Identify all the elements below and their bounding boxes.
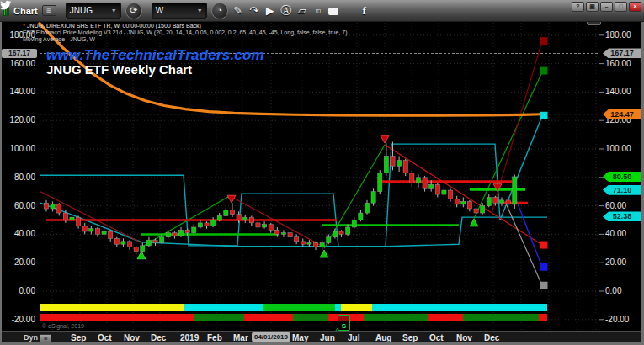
candle-down (423, 178, 427, 189)
time-axis-label[interactable]: 2019 (180, 333, 199, 342)
candle-up (346, 227, 350, 234)
legend-indicator-line: ENT Fibonacci Price Modeling V3.21d - JN… (23, 29, 347, 36)
candle-up (416, 178, 420, 183)
close-button[interactable]: × (629, 2, 641, 12)
help-button[interactable]: ? (572, 2, 584, 12)
candle-down (77, 217, 81, 226)
candle-up (397, 161, 402, 167)
bottom-ribbon-segment (244, 314, 293, 321)
time-axis-label[interactable]: Sep (402, 333, 418, 342)
trend-line (40, 192, 141, 243)
candle-down (82, 226, 87, 231)
projection-target-square (540, 112, 548, 119)
time-axis-label[interactable]: Jul (348, 333, 359, 342)
chat-icon[interactable] (328, 8, 338, 15)
candle-down (391, 156, 395, 166)
candle-down (275, 230, 279, 234)
candle-down (63, 213, 67, 220)
price-tick-label-left: 120.00 (0, 116, 35, 125)
last-high-badge-left: 167.17 (2, 49, 37, 58)
symbol-refresh-icon[interactable]: ⟳ (125, 3, 142, 19)
time-axis-label[interactable]: Nov (456, 333, 472, 342)
sell-signal-triangle (381, 135, 389, 143)
candle-up (429, 184, 434, 188)
candle-up (211, 220, 216, 226)
trend-line (385, 145, 542, 245)
bottom-ribbon-segment (293, 314, 328, 321)
top-ribbon-segment (335, 304, 341, 311)
candle-down (448, 190, 452, 199)
candle-down (249, 217, 253, 223)
layout-icon[interactable]: ⊞ (42, 5, 56, 16)
price-tick-label-right: 40.00 (605, 230, 626, 238)
measure-icon[interactable]: m (312, 3, 324, 19)
candle-down (185, 230, 189, 232)
candle-down (44, 203, 48, 209)
curve-tool-icon[interactable]: ↷ (248, 3, 260, 19)
candle-up (327, 237, 331, 243)
candle-down (455, 199, 459, 204)
candle-up (146, 240, 151, 246)
candle-down (153, 240, 157, 242)
buy-signal-triangle (470, 219, 478, 226)
symbol-dropdown[interactable]: JNUG ▼ (66, 3, 121, 19)
annotation-icon[interactable]: Ⓐ (280, 3, 292, 19)
candlestick-series (44, 142, 516, 255)
time-axis-label[interactable]: Feb (207, 333, 222, 342)
candle-up (281, 233, 285, 235)
time-axis-dyn-label[interactable]: Dyn (24, 333, 38, 342)
candle-up (166, 233, 170, 237)
time-axis-label[interactable]: Oct (98, 333, 112, 342)
candle-down (256, 223, 260, 227)
bottom-ribbon-segment (539, 314, 547, 321)
time-axis-label[interactable]: Sep (71, 333, 86, 342)
projection-target-square (540, 263, 548, 271)
price-badge: 167.17 (603, 48, 641, 58)
candle-up (499, 200, 503, 203)
candle-up (461, 202, 466, 204)
bottom-ribbon-segment (194, 314, 244, 321)
bottom-ribbon-segment (428, 314, 463, 321)
candle-up (333, 231, 337, 237)
candle-down (435, 184, 439, 194)
time-axis-label[interactable]: Nov (124, 333, 140, 342)
time-axis-label[interactable]: May (292, 333, 308, 342)
projection-target-square (540, 67, 548, 75)
time-axis-label[interactable]: Dec (484, 333, 499, 342)
top-ribbon-segment (40, 304, 184, 311)
candle-up (192, 227, 196, 233)
top-ribbon-segment (341, 304, 372, 311)
time-axis-label[interactable]: Mar (233, 333, 248, 342)
candle-down (109, 231, 113, 238)
play-replay-icon[interactable]: ▶ (264, 3, 276, 19)
time-settings-clock-icon[interactable]: ◔ (211, 3, 228, 19)
candle-up (89, 229, 93, 231)
minimize-button[interactable]: – (600, 2, 613, 12)
candle-up (51, 204, 55, 209)
chart-window: Chart ⊞ JNUG ▼ ⟳ W ▼ ◔ ✎ ↷ ▶ Ⓐ ▱ m f ? ▣… (0, 0, 644, 345)
price-tick-label-left: 60.00 (0, 202, 35, 210)
time-axis-label[interactable]: Oct (429, 333, 444, 342)
toolbar: Chart ⊞ JNUG ▼ ⟳ W ▼ ◔ ✎ ↷ ▶ Ⓐ ▱ m f (0, 0, 644, 22)
time-axis-label[interactable]: Dec (151, 333, 166, 342)
candle-up (198, 223, 202, 227)
candle-down (403, 161, 407, 173)
trend-line (515, 197, 542, 267)
eraser-icon[interactable]: ▱ (296, 3, 308, 19)
facebook-icon[interactable]: f (359, 3, 370, 19)
interval-dropdown[interactable]: W ▼ (152, 3, 207, 19)
time-axis-label[interactable]: Jun (320, 333, 335, 342)
restore-button[interactable]: ▣ (586, 2, 599, 12)
chevron-down-icon: ▼ (197, 8, 203, 13)
candle-up (442, 190, 446, 194)
interval-value: W (156, 6, 163, 15)
candle-down (57, 204, 61, 213)
time-axis-label[interactable]: Aug (375, 333, 391, 342)
trend-line (474, 72, 542, 219)
candle-up (70, 217, 74, 220)
price-tick-label-right: 0.00 (605, 287, 621, 295)
pencil-draw-icon[interactable]: ✎ (232, 3, 244, 19)
candle-up (178, 230, 183, 236)
candle-down (127, 242, 131, 247)
maximize-button[interactable]: □ (615, 2, 627, 12)
